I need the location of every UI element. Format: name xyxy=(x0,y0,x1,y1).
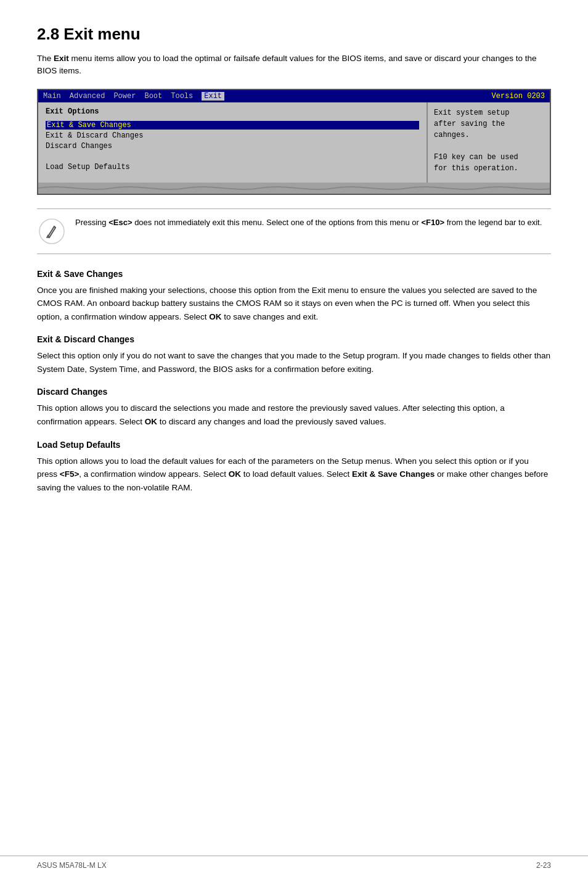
exit-save-bold: Exit & Save Changes xyxy=(352,469,435,479)
section-body-discard: This option allows you to discard the se… xyxy=(37,402,551,428)
intro-bold: Exit xyxy=(54,54,69,63)
bios-right-panel: Exit system setupafter saving thecahnges… xyxy=(427,102,550,183)
bios-left-panel: Exit Options Exit & Save Changes Exit & … xyxy=(38,102,427,183)
note-icon xyxy=(37,217,67,246)
bios-menu-tools: Tools xyxy=(171,92,193,101)
footer: ASUS M5A78L-M LX 2-23 xyxy=(0,856,588,875)
bios-version: Version 0203 xyxy=(492,92,545,101)
intro-text-before: The xyxy=(37,54,54,63)
bios-menu: Main Advanced Power Boot Tools Exit xyxy=(43,92,224,101)
ok-bold-1: OK xyxy=(209,312,221,321)
intro-text-after: menu items allow you to load the optimal… xyxy=(37,54,536,75)
page-title: 2.8 Exit menu xyxy=(37,25,551,44)
section-heading-load-defaults: Load Setup Defaults xyxy=(37,440,551,450)
esc-key: <Esc> xyxy=(108,218,132,227)
bios-menu-main: Main xyxy=(43,92,61,101)
bios-topbar: Main Advanced Power Boot Tools Exit Vers… xyxy=(38,90,550,102)
section-body-load-defaults: This option allows you to load the defau… xyxy=(37,455,551,495)
f5-key: <F5> xyxy=(60,469,80,479)
bios-item-exit-discard: Exit & Discard Changes xyxy=(46,131,419,140)
bios-menu-exit: Exit xyxy=(202,92,224,101)
section-load-defaults: Load Setup Defaults This option allows y… xyxy=(37,440,551,495)
section-discard-changes: Discard Changes This option allows you t… xyxy=(37,387,551,428)
bios-screenshot: Main Advanced Power Boot Tools Exit Vers… xyxy=(37,89,551,195)
footer-right: 2-23 xyxy=(536,861,551,870)
ok-bold-3: OK xyxy=(229,469,241,479)
section-body-exit-discard: Select this option only if you do not wa… xyxy=(37,349,551,376)
footer-left: ASUS M5A78L-M LX xyxy=(37,861,107,870)
bios-wave xyxy=(38,183,550,194)
bios-item-spacer xyxy=(46,152,419,161)
bios-item-exit-save: Exit & Save Changes xyxy=(46,121,419,130)
section-exit-save: Exit & Save Changes Once you are finishe… xyxy=(37,269,551,324)
bios-menu-advanced: Advanced xyxy=(70,92,105,101)
svg-line-3 xyxy=(54,226,55,228)
f10-key: <F10> xyxy=(422,218,445,227)
intro-paragraph: The Exit menu items allow you to load th… xyxy=(37,52,551,78)
section-exit-discard: Exit & Discard Changes Select this optio… xyxy=(37,334,551,376)
bios-item-discard: Discard Changes xyxy=(46,142,419,151)
section-body-exit-save: Once you are finished making your select… xyxy=(37,284,551,324)
bios-item-load-defaults: Load Setup Defaults xyxy=(46,163,419,171)
note-box: Pressing <Esc> does not immediately exit… xyxy=(37,208,551,254)
bios-body: Exit Options Exit & Save Changes Exit & … xyxy=(38,102,550,183)
note-text: Pressing <Esc> does not immediately exit… xyxy=(75,217,542,229)
section-heading-discard: Discard Changes xyxy=(37,387,551,397)
ok-bold-2: OK xyxy=(145,417,157,426)
bios-menu-boot: Boot xyxy=(144,92,162,101)
section-heading-exit-save: Exit & Save Changes xyxy=(37,269,551,279)
bios-section-title: Exit Options xyxy=(46,107,419,116)
bios-menu-power: Power xyxy=(113,92,136,101)
pencil-icon xyxy=(38,218,65,245)
section-heading-exit-discard: Exit & Discard Changes xyxy=(37,334,551,344)
